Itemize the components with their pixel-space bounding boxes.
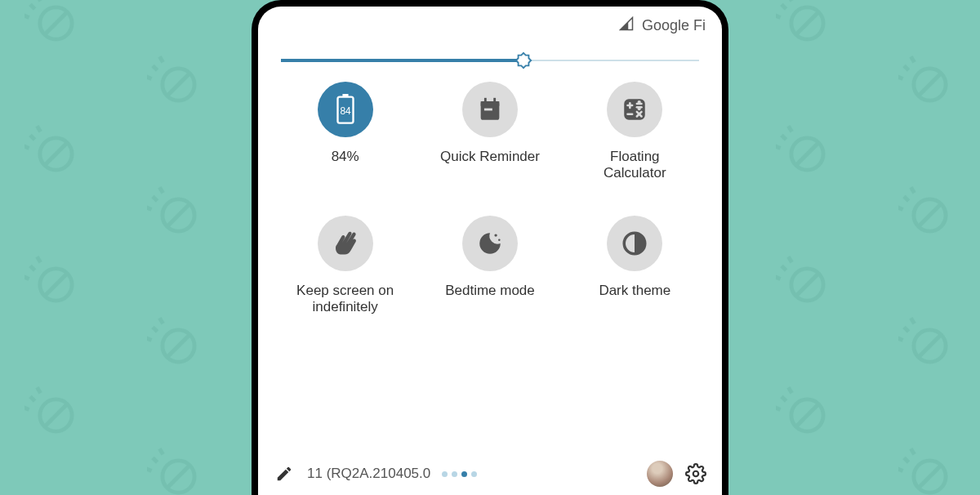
svg-line-61 [796,274,819,297]
page-dot [452,471,457,477]
battery-icon: 84 [318,82,373,137]
svg-rect-87 [484,109,492,111]
svg-line-62 [782,265,786,270]
svg-line-3 [24,16,29,18]
tile-keep-screen-on[interactable]: Keep screen on indefinitely [273,216,417,330]
svg-line-1 [45,12,68,35]
svg-line-52 [782,135,786,140]
svg-line-24 [37,256,40,262]
edit-button[interactable] [273,462,296,485]
svg-line-19 [159,187,163,193]
svg-line-67 [904,327,909,332]
svg-line-59 [911,187,914,193]
svg-line-31 [45,404,68,427]
svg-line-18 [147,207,152,210]
user-avatar[interactable] [647,461,673,487]
svg-point-99 [494,234,497,236]
svg-line-41 [796,12,819,35]
svg-line-43 [776,16,781,18]
carrier-label: Google Fi [642,17,706,34]
tile-label: Floating Calculator [604,149,666,182]
svg-line-44 [788,0,791,1]
svg-line-32 [30,396,35,401]
svg-line-13 [24,146,29,149]
phone-frame: Google Fi 84 84% Quic [252,0,728,495]
svg-line-36 [167,466,190,488]
svg-line-47 [904,65,909,70]
tile-dark-theme[interactable]: Dark theme [563,216,707,330]
svg-line-11 [45,143,68,166]
hand-wave-icon [318,216,373,271]
svg-line-2 [30,4,35,9]
brightness-thumb-icon[interactable] [514,51,532,69]
svg-point-102 [693,471,699,477]
svg-line-39 [159,448,163,454]
brightness-slider[interactable] [258,44,722,70]
svg-line-33 [24,408,29,410]
svg-line-38 [147,469,152,471]
svg-line-7 [153,65,158,70]
svg-line-56 [919,204,942,227]
tile-floating-calculator[interactable]: Floating Calculator [563,82,707,196]
svg-line-54 [788,126,791,132]
svg-line-48 [898,77,903,79]
svg-line-27 [153,327,158,332]
svg-line-22 [30,265,35,270]
svg-line-76 [919,466,942,488]
svg-line-74 [788,387,791,393]
svg-text:84: 84 [340,105,351,117]
quick-settings-panel: Google Fi 84 84% Quic [258,7,722,495]
slider-track-active [281,59,523,62]
svg-line-63 [776,277,781,279]
calendar-icon [462,82,518,137]
svg-line-4 [37,0,40,1]
svg-line-37 [153,457,158,462]
svg-line-26 [167,335,190,358]
svg-line-16 [167,204,190,227]
tile-label: Bedtime mode [445,283,535,299]
svg-line-49 [911,56,914,62]
svg-marker-80 [516,53,531,68]
qs-footer: 11 (RQ2A.210405.0 [258,454,722,495]
svg-line-21 [45,274,68,297]
tile-label: Keep screen on indefinitely [296,283,394,316]
page-dot [471,471,477,477]
calculator-icon [607,82,662,137]
svg-line-73 [776,408,781,410]
svg-line-68 [898,338,903,341]
tile-bedtime-mode[interactable]: Bedtime mode [417,216,562,330]
svg-point-95 [639,108,640,109]
svg-line-77 [904,457,909,462]
svg-line-6 [167,74,190,96]
svg-line-66 [919,335,942,358]
svg-line-29 [159,318,163,323]
settings-button[interactable] [684,462,707,485]
svg-line-53 [776,146,781,149]
status-bar: Google Fi [258,7,722,44]
svg-line-14 [37,126,40,132]
tile-battery[interactable]: 84 84% [273,82,417,196]
svg-point-100 [498,239,501,241]
svg-line-28 [147,338,152,341]
svg-line-78 [898,469,903,471]
page-dot [442,471,448,477]
svg-line-42 [782,4,786,9]
svg-line-12 [30,135,35,140]
svg-line-23 [24,277,29,279]
svg-line-58 [898,207,903,210]
build-number[interactable]: 11 (RQ2A.210405.0 [307,466,430,482]
svg-line-57 [904,196,909,201]
svg-rect-88 [481,101,500,106]
svg-line-17 [153,196,158,201]
svg-line-34 [37,387,40,393]
svg-line-9 [159,56,163,62]
page-dot-active [461,471,467,477]
contrast-icon [607,216,662,271]
tile-label: 84% [332,149,359,165]
qs-tiles: 84 84% Quick Reminder Floating Calculato… [258,70,722,330]
svg-line-79 [911,448,914,454]
svg-line-71 [796,404,819,427]
svg-line-8 [147,77,152,79]
signal-icon [619,16,634,35]
tile-quick-reminder[interactable]: Quick Reminder [417,82,562,196]
